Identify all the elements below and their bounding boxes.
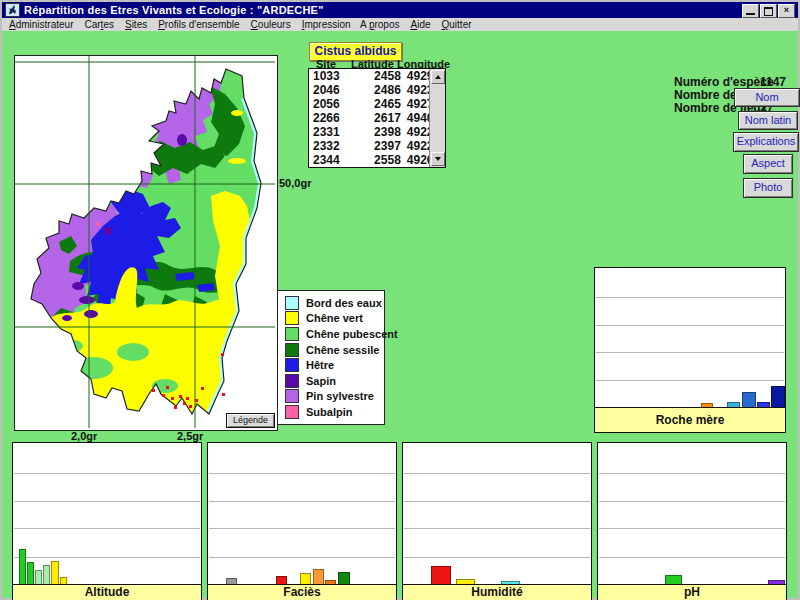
- chart-humidite: Humidité: [402, 442, 592, 600]
- chart-label-humidite: Humidité: [402, 584, 592, 600]
- table-scrollbar[interactable]: [429, 69, 445, 167]
- species-info-row: Numéro d'espèce1147: [674, 75, 800, 87]
- legend-swatch: [285, 389, 299, 403]
- chart-bar: [27, 562, 34, 585]
- legend-item: Hêtre: [285, 357, 384, 373]
- menu-item-impression[interactable]: Impression: [302, 19, 351, 30]
- map-legend-panel: Bord des eauxChêne vertChêne pubescentCh…: [277, 290, 385, 425]
- chart-label-roche-mere: Roche mère: [594, 407, 786, 433]
- vegetation-map-svg: [15, 56, 275, 428]
- chart-label-altitude: Altitude: [12, 584, 202, 600]
- menu-item-a-propos[interactable]: A propos: [360, 19, 399, 30]
- chart-bars: [208, 443, 396, 585]
- lat-grid-label: 50,0gr: [279, 177, 311, 189]
- explications-button[interactable]: Explications: [733, 132, 799, 152]
- nom-commun-button[interactable]: Nom commun: [734, 88, 800, 107]
- legend-swatch: [285, 327, 299, 341]
- legend-item: Pin sylvestre: [285, 389, 384, 405]
- sites-table[interactable]: 1033245849290204624864923720562465492772…: [308, 68, 446, 168]
- title-bar[interactable]: Répartition des Etres Vivants et Ecologi…: [2, 2, 798, 18]
- minimize-button[interactable]: [742, 4, 759, 18]
- legend-swatch: [285, 405, 299, 419]
- legend-item: Bord des eaux: [285, 295, 384, 311]
- chart-bar: [771, 386, 785, 408]
- table-row[interactable]: 2266261749408: [309, 111, 445, 125]
- chart-bar: [43, 565, 50, 585]
- chart-bar: [313, 569, 324, 585]
- scroll-up-button[interactable]: [431, 70, 445, 84]
- chart-bar: [19, 549, 26, 585]
- table-row[interactable]: 2332239749223: [309, 139, 445, 153]
- chart-facies: Faciès: [207, 442, 397, 600]
- legend-item: Subalpin: [285, 404, 384, 420]
- legend-swatch: [285, 311, 299, 325]
- window-title: Répartition des Etres Vivants et Ecologi…: [24, 4, 324, 16]
- chart-altitude: Altitude: [12, 442, 202, 600]
- lon-grid-label-2: 2,5gr: [177, 430, 203, 442]
- legend-item: Chêne vert: [285, 311, 384, 327]
- legend-item: Sapin: [285, 373, 384, 389]
- legend-swatch: [285, 374, 299, 388]
- menu-item-profils-d-ensemble[interactable]: Profils d'ensemble: [158, 19, 239, 30]
- menu-item-sites[interactable]: Sites: [125, 19, 147, 30]
- client-area: Légende 50,0gr 2,0gr 2,5gr Cistus albidu…: [2, 31, 798, 598]
- legend-item: Chêne sessile: [285, 342, 384, 358]
- table-row[interactable]: 1033245849290: [309, 69, 445, 83]
- chart-bar: [35, 570, 42, 585]
- table-row[interactable]: 2046248649237: [309, 83, 445, 97]
- application-window: Répartition des Etres Vivants et Ecologi…: [0, 0, 800, 600]
- scroll-down-button[interactable]: [431, 152, 445, 166]
- menu-item-quitter[interactable]: Quitter: [442, 19, 472, 30]
- chart-ph: pH: [597, 442, 787, 600]
- chart-bars: [598, 443, 786, 585]
- chart-bar: [431, 566, 451, 585]
- ardeche-map[interactable]: Légende: [14, 55, 278, 431]
- legend-swatch: [285, 343, 299, 357]
- menu-item-administrateur[interactable]: Administrateur: [9, 19, 73, 30]
- table-row[interactable]: 2331239849224: [309, 125, 445, 139]
- chart-roche-mere: Roche mère: [594, 267, 786, 433]
- photo-button[interactable]: Photo: [743, 178, 793, 198]
- chart-bars: [403, 443, 591, 585]
- menu-item-couleurs[interactable]: Couleurs: [251, 19, 291, 30]
- legende-button[interactable]: Légende: [226, 413, 275, 428]
- menu-item-cartes[interactable]: Cartes: [84, 19, 113, 30]
- menu-bar: AdministrateurCartesSitesProfils d'ensem…: [2, 18, 798, 32]
- chart-bars: [13, 443, 201, 585]
- aspect-button[interactable]: Aspect: [743, 154, 793, 174]
- table-row[interactable]: 2056246549277: [309, 97, 445, 111]
- legend-swatch: [285, 296, 299, 310]
- legend-swatch: [285, 358, 299, 372]
- app-icon: [5, 3, 20, 17]
- nom-latin-button[interactable]: Nom latin: [738, 111, 798, 130]
- chart-label-ph: pH: [597, 584, 787, 600]
- chart-label-facies: Faciès: [207, 584, 397, 600]
- chart-bars: [595, 268, 785, 408]
- close-button[interactable]: ×: [778, 4, 795, 18]
- chart-bar: [51, 561, 59, 585]
- menu-item-aide[interactable]: Aide: [410, 19, 430, 30]
- chart-bar: [742, 392, 756, 408]
- maximize-button[interactable]: [760, 4, 777, 18]
- lon-grid-label-1: 2,0gr: [71, 430, 97, 442]
- legend-item: Chêne pubescent: [285, 326, 384, 342]
- table-row[interactable]: 2344255849267: [309, 153, 445, 167]
